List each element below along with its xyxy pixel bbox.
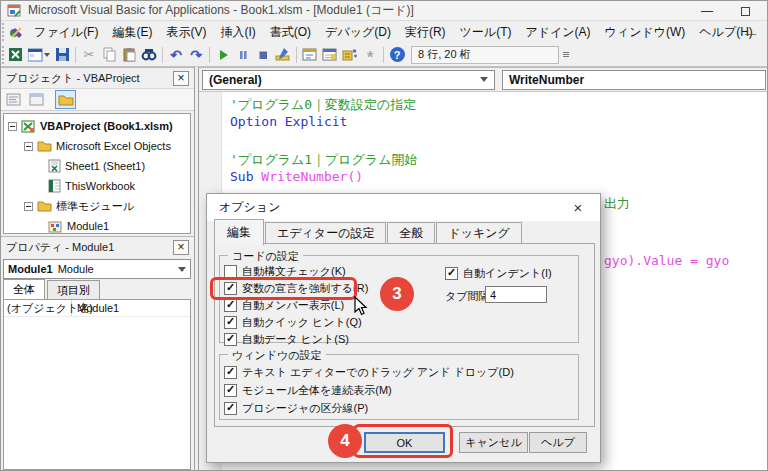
tree-item-sheet1[interactable]: Sheet1 (Sheet1) <box>48 158 145 174</box>
properties-object-combo[interactable]: Module1 Module <box>3 259 191 279</box>
project-explorer-icon[interactable] <box>300 45 320 64</box>
properties-panel-close-button[interactable]: × <box>173 240 189 255</box>
checkbox-box[interactable] <box>224 402 237 415</box>
collapse-icon[interactable] <box>8 122 17 131</box>
tree-item-label: Microsoft Excel Objects <box>56 140 171 152</box>
checkbox-auto-indent[interactable]: 自動インデント(I) <box>445 266 552 280</box>
options-dialog-close-button[interactable]: × <box>568 199 588 216</box>
tab-docking[interactable]: ドッキング <box>436 222 521 244</box>
collapse-icon[interactable] <box>24 202 33 211</box>
properties-window-icon[interactable] <box>320 45 340 64</box>
tab-alphabetic[interactable]: 全体 <box>3 279 45 300</box>
checkbox-procedure-separator[interactable]: プロシージャの区分線(P) <box>224 401 368 415</box>
vba-editor-window: Microsoft Visual Basic for Applications … <box>0 0 768 471</box>
tree-item-label: ThisWorkbook <box>65 180 135 192</box>
code-fragment-statement[interactable]: gyo).Value = gyo <box>604 253 729 268</box>
copy-icon[interactable] <box>99 45 119 64</box>
menu-bar: ファイル(F) 編集(E) 表示(V) 挿入(I) 書式(O) デバッグ(D) … <box>1 21 768 43</box>
folder-icon <box>37 140 52 152</box>
tree-item-module1[interactable]: Module1 <box>48 218 109 234</box>
redo-icon[interactable] <box>186 45 206 64</box>
menu-format[interactable]: 書式(O) <box>263 21 318 44</box>
menu-addins[interactable]: アドイン(A) <box>518 21 597 44</box>
tree-item-modules-folder[interactable]: 標準モジュール <box>24 198 134 214</box>
object-browser-icon[interactable] <box>340 45 360 64</box>
tree-item-thisworkbook[interactable]: ThisWorkbook <box>48 178 135 194</box>
collapse-icon[interactable] <box>24 142 33 151</box>
code-line-option-explicit[interactable]: Option Explicit <box>230 114 347 129</box>
property-row[interactable]: (オブジェクト名) Module1 <box>4 300 190 317</box>
save-icon[interactable] <box>52 45 72 64</box>
project-panel-close-button[interactable]: × <box>173 71 189 86</box>
property-value-cell[interactable]: Module1 <box>72 300 124 316</box>
module-window-icon <box>9 25 24 40</box>
checkbox-auto-data[interactable]: 自動データ ヒント(S) <box>224 332 349 346</box>
checkbox-label: モジュール全体を連続表示(M) <box>242 383 392 398</box>
child-minimize-icon[interactable]: — <box>745 27 756 39</box>
tab-editor-format[interactable]: エディターの設定 <box>265 222 386 244</box>
toggle-folders-icon[interactable] <box>55 90 76 109</box>
tab-width-input[interactable]: 4 <box>485 286 547 303</box>
tab-categorized[interactable]: 項目別 <box>47 280 100 300</box>
break-icon[interactable] <box>233 45 253 64</box>
procedure-name: WriteNumber() <box>261 169 363 184</box>
code-line-comment0[interactable]: 'プログラム0｜変数設定の指定 <box>230 96 416 114</box>
code-fragment-comment[interactable]: 出力 <box>604 195 630 213</box>
checkbox-box[interactable] <box>224 316 237 329</box>
paste-icon[interactable] <box>119 45 139 64</box>
find-icon[interactable] <box>139 45 159 64</box>
selected-object-name: Module1 <box>8 263 53 275</box>
menu-insert[interactable]: 挿入(I) <box>213 21 262 44</box>
menu-window[interactable]: ウィンドウ(W) <box>598 21 693 44</box>
maximize-button[interactable] <box>727 1 763 21</box>
menu-file[interactable]: ファイル(F) <box>27 21 105 44</box>
checkbox-box[interactable] <box>445 267 458 280</box>
checkbox-box[interactable] <box>224 366 237 379</box>
reset-icon[interactable] <box>253 45 273 64</box>
tree-item-vbaproject[interactable]: VBAProject (Book1.xlsm) <box>8 118 173 134</box>
design-mode-icon[interactable] <box>273 45 293 64</box>
checkbox-auto-quick[interactable]: 自動クイック ヒント(Q) <box>224 315 362 329</box>
properties-tabs: 全体 項目別 <box>3 281 102 300</box>
help-button[interactable]: ヘルプ <box>529 432 587 453</box>
menu-debug[interactable]: デバッグ(D) <box>318 21 398 44</box>
view-code-icon[interactable] <box>3 90 24 109</box>
menubar-grip[interactable] <box>2 23 6 41</box>
checkbox-drag-drop[interactable]: テキスト エディターでのドラッグ アンド ドロップ(D) <box>224 365 514 379</box>
checkbox-full-module-view[interactable]: モジュール全体を連続表示(M) <box>224 383 392 397</box>
tree-item-excel-objects[interactable]: Microsoft Excel Objects <box>24 138 171 154</box>
object-dropdown[interactable]: (General) <box>202 70 495 90</box>
code-line-comment1[interactable]: 'プログラム1｜プログラム開始 <box>230 151 417 169</box>
checkbox-auto-member[interactable]: 自動メンバー表示(L) <box>224 298 344 312</box>
insert-dropdown-caret[interactable] <box>44 53 50 57</box>
checkbox-auto-syntax[interactable]: 自動構文チェック(K) <box>224 264 346 278</box>
property-name-cell: (オブジェクト名) <box>4 300 72 316</box>
procedure-dropdown[interactable]: WriteNumber <box>502 70 766 90</box>
run-icon[interactable] <box>213 45 233 64</box>
menu-view[interactable]: 表示(V) <box>159 21 213 44</box>
highlight-rect-require-declaration <box>210 277 357 300</box>
code-line-sub[interactable]: Sub WriteNumber() <box>230 169 363 184</box>
toolbox-icon[interactable] <box>360 45 380 64</box>
insert-userform-icon[interactable] <box>26 45 52 64</box>
tab-general[interactable]: 全般 <box>387 222 435 244</box>
view-microsoft-excel-icon[interactable] <box>6 45 26 64</box>
checkbox-box[interactable] <box>224 333 237 346</box>
checkbox-box[interactable] <box>224 265 237 278</box>
help-icon[interactable] <box>387 45 407 64</box>
tab-editor[interactable]: 編集 <box>214 219 264 245</box>
view-object-icon[interactable] <box>26 90 47 109</box>
workbook-icon <box>48 179 61 193</box>
minimize-button[interactable]: — <box>689 1 725 21</box>
checkbox-box[interactable] <box>224 299 237 312</box>
keyword-sub: Sub <box>230 169 261 184</box>
menu-run[interactable]: 実行(R) <box>398 21 453 44</box>
toolbar-overflow-icon[interactable] <box>561 46 571 64</box>
cut-icon[interactable] <box>79 45 99 64</box>
options-dialog-title: オプション <box>219 199 280 216</box>
cancel-button[interactable]: キャンセル <box>459 432 528 453</box>
menu-edit[interactable]: 編集(E) <box>105 21 159 44</box>
undo-icon[interactable] <box>166 45 186 64</box>
menu-tools[interactable]: ツール(T) <box>453 21 519 44</box>
checkbox-box[interactable] <box>224 384 237 397</box>
